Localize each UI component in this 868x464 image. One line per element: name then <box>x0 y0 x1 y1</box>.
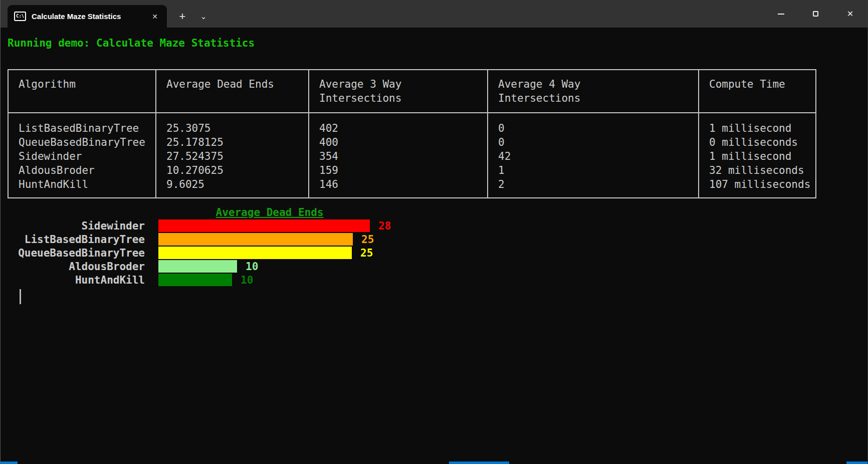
table-cell: Sidewinder <box>19 149 155 163</box>
table-body-column: ListBasedBinaryTreeQueueBasedBinaryTreeS… <box>9 113 155 197</box>
table-cell: HuntAndKill <box>19 177 155 191</box>
table-column-header: Average Dead Ends <box>155 70 308 112</box>
table-cell: 25.3075 <box>166 121 308 135</box>
chart-bar <box>158 233 353 246</box>
table-column-header: Average 4 Way Intersections <box>487 70 698 112</box>
tab-dropdown-button[interactable]: ⌄ <box>193 5 213 28</box>
table-cell: 1 millisecond <box>709 149 817 163</box>
table-cell: 107 milliseconds <box>709 177 817 191</box>
table-cell: 42 <box>498 149 698 163</box>
table-cell: AldousBroder <box>19 163 155 177</box>
accent-border-middle <box>449 461 509 464</box>
chart-row: ListBasedBinaryTree25 <box>8 233 532 246</box>
title-bar: C:\ Calculate Maze Statistics ✕ + ⌄ ✕ <box>1 0 867 28</box>
chart-bar <box>158 274 232 286</box>
table-column-header: Algorithm <box>9 70 155 112</box>
chart-bar-value: 28 <box>378 219 391 233</box>
table-cell: 1 <box>498 163 698 177</box>
table-cell: 1 millisecond <box>709 121 817 135</box>
table-cell: 402 <box>319 121 487 135</box>
command-prompt-icon: C:\ <box>14 12 26 21</box>
prompt-line: Running demo: Calculate Maze Statistics <box>8 36 867 50</box>
tab-title: Calculate Maze Statistics <box>32 12 142 21</box>
table-cell: 400 <box>319 135 487 149</box>
chart-bar-label: QueueBasedBinaryTree <box>8 246 145 260</box>
terminal-window: C:\ Calculate Maze Statistics ✕ + ⌄ ✕ Ru… <box>0 0 868 464</box>
new-tab-button[interactable]: + <box>171 5 193 28</box>
chart-bar-value: 10 <box>246 260 258 274</box>
minimize-button[interactable] <box>764 0 798 28</box>
table-cell: 146 <box>319 177 487 191</box>
table-cell: 354 <box>319 149 487 163</box>
chart-bar-value: 10 <box>241 273 253 287</box>
table-cell: 27.524375 <box>166 149 308 163</box>
table-body-row: ListBasedBinaryTreeQueueBasedBinaryTreeS… <box>9 113 815 197</box>
table-cell: 32 milliseconds <box>709 163 817 177</box>
chart-row: AldousBroder10 <box>8 260 532 273</box>
table-cell: 0 <box>498 135 698 149</box>
table-cell: 9.6025 <box>166 177 308 191</box>
chart-rows: Sidewinder28ListBasedBinaryTree25QueueBa… <box>8 219 532 287</box>
chart-title: Average Dead Ends <box>8 206 532 219</box>
chart-row: Sidewinder28 <box>8 219 532 233</box>
text-cursor <box>20 289 21 304</box>
dead-ends-chart: Average Dead Ends Sidewinder28ListBasedB… <box>8 206 532 287</box>
chart-bar-label: ListBasedBinaryTree <box>8 233 145 247</box>
chart-bar-label: Sidewinder <box>8 219 145 233</box>
terminal-content[interactable]: Running demo: Calculate Maze Statistics … <box>1 28 867 464</box>
chart-bar <box>158 219 370 232</box>
close-button[interactable]: ✕ <box>833 0 867 28</box>
chart-bar-label: HuntAndKill <box>8 273 145 287</box>
plus-icon: + <box>179 10 186 23</box>
chart-row: HuntAndKill10 <box>8 273 532 287</box>
table-cell: ListBasedBinaryTree <box>19 121 155 135</box>
tab-close-icon[interactable]: ✕ <box>148 10 162 24</box>
table-cell: QueueBasedBinaryTree <box>19 135 155 149</box>
table-cell: 0 <box>498 121 698 135</box>
accent-border-left <box>1 461 18 464</box>
table-cell: 159 <box>319 163 487 177</box>
maximize-icon <box>813 11 818 17</box>
chart-bar-label: AldousBroder <box>8 260 145 274</box>
table-header-row: AlgorithmAverage Dead EndsAverage 3 Way … <box>9 70 815 113</box>
close-icon: ✕ <box>847 10 853 18</box>
table-column-header: Average 3 Way Intersections <box>308 70 487 112</box>
chart-row: QueueBasedBinaryTree25 <box>8 246 532 260</box>
table-body-column: 402400354159146 <box>308 113 487 197</box>
minimize-icon <box>778 14 784 15</box>
caption-buttons: ✕ <box>764 0 867 28</box>
table-body-column: 004212 <box>487 113 698 197</box>
table-cell: 0 milliseconds <box>709 135 817 149</box>
chevron-down-icon: ⌄ <box>200 12 207 21</box>
chart-bar <box>158 260 237 273</box>
chart-bar-value: 25 <box>361 233 374 247</box>
table-body-column: 1 millisecond0 milliseconds1 millisecond… <box>698 113 817 197</box>
table-column-header: Compute Time <box>698 70 817 112</box>
table-cell: 10.270625 <box>166 163 308 177</box>
table-body-column: 25.307525.17812527.52437510.2706259.6025 <box>155 113 308 197</box>
statistics-table: AlgorithmAverage Dead EndsAverage 3 Way … <box>8 69 816 198</box>
tab-calculate-maze-statistics[interactable]: C:\ Calculate Maze Statistics ✕ <box>8 5 167 28</box>
table-cell: 2 <box>498 177 698 191</box>
maximize-button[interactable] <box>798 0 833 28</box>
table-cell: 25.178125 <box>166 135 308 149</box>
chart-bar <box>158 247 352 259</box>
chart-bar-value: 25 <box>360 246 373 260</box>
accent-border-right <box>846 461 867 464</box>
